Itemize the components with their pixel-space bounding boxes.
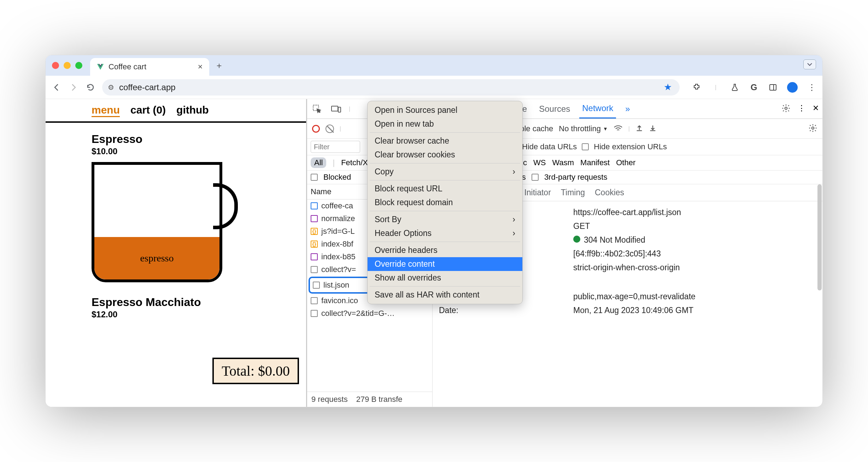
google-icon[interactable]: G [749,82,759,92]
request-footer: 9 requests 279 B transfe [307,392,432,407]
tab-network[interactable]: Network [579,99,616,119]
nav-github[interactable]: github [176,104,209,117]
product-name: Espresso [92,133,306,146]
cart-total[interactable]: Total: $0.00 [212,358,299,384]
file-type-icon [313,282,320,289]
address-bar: ⚙ coffee-cart.app ★ | G ⋮ [46,76,822,99]
inspect-element-icon[interactable] [311,103,323,115]
filter-fetch[interactable]: Fetch/X [341,158,368,167]
record-button[interactable] [312,125,320,133]
kebab-icon[interactable]: ⋮ [798,104,805,114]
close-devtools-icon[interactable]: ✕ [813,104,819,114]
filter-input[interactable] [311,141,360,153]
window-expand-icon[interactable] [803,59,816,69]
tab-sources[interactable]: Sources [536,100,573,118]
minimize-window-button[interactable] [64,62,71,69]
svg-point-6 [812,127,814,129]
kebab-menu-icon[interactable]: ⋮ [807,82,817,92]
menu-item[interactable]: Clear browser cookies [368,148,522,162]
third-party-checkbox[interactable] [532,174,539,181]
blocked-checkbox[interactable] [311,174,318,181]
request-name: js?id=G-L [321,227,355,236]
site-settings-icon[interactable]: ⚙ [108,83,114,92]
third-party-label[interactable]: 3rd-party requests [544,173,608,182]
extensions-icon[interactable] [692,82,702,92]
product-card: Espresso Macchiato $12.00 [46,286,306,319]
close-tab-icon[interactable]: ✕ [198,63,203,71]
filter-other[interactable]: Other [616,158,635,167]
hide-ext-label[interactable]: Hide extension URLs [594,142,667,151]
file-type-icon [311,202,318,209]
request-count: 9 requests [311,395,348,404]
download-icon[interactable] [649,124,657,133]
browser-tab[interactable]: Coffee cart ✕ [90,58,209,76]
menu-item[interactable]: Override headers [368,243,522,257]
nav-cart[interactable]: cart (0) [130,104,166,117]
filter-ws[interactable]: WS [533,158,546,167]
menu-item[interactable]: Copy› [368,165,522,179]
menu-item[interactable]: Save all as HAR with content [368,288,522,302]
file-type-icon: {} [311,228,318,235]
tab-timing[interactable]: Timing [561,188,585,197]
settings-gear-icon[interactable] [781,104,791,114]
svg-rect-4 [338,107,341,112]
filter-all[interactable]: All [311,157,326,168]
request-url: https://coffee-cart.app/list.json [573,208,681,217]
browser-window: Coffee cart ✕ ＋ ⚙ coffee-cart.app ★ | G … [45,55,823,407]
network-settings-icon[interactable] [808,123,817,134]
menu-item[interactable]: Block request domain [368,196,522,209]
tab-cookies[interactable]: Cookies [595,188,624,197]
maximize-window-button[interactable] [75,62,82,69]
side-panel-icon[interactable] [768,82,778,92]
filter-wasm[interactable]: Wasm [552,158,574,167]
profile-avatar[interactable] [787,82,798,93]
chevron-right-icon: › [512,229,515,238]
filter-manifest[interactable]: Manifest [580,158,610,167]
separator: | [333,158,335,167]
detail-scrollbar[interactable] [817,184,822,290]
request-name: index-8bf [321,239,353,249]
request-row[interactable]: collect?v=2&tid=G-… [307,307,432,320]
tab-title: Coffee cart [108,62,193,71]
devtools-panel: | sole Sources Network » ⋮ ✕ | Disable c… [307,99,822,407]
menu-item[interactable]: Header Options› [368,226,522,240]
clear-button[interactable] [326,125,334,133]
throttling-select[interactable]: No throttling ▼ [559,124,608,133]
wifi-icon[interactable] [614,125,623,133]
new-tab-button[interactable]: ＋ [215,60,223,71]
url-box[interactable]: ⚙ coffee-cart.app ★ [102,79,680,96]
forward-button[interactable] [68,82,79,93]
tab-more[interactable]: » [622,100,633,118]
menu-item[interactable]: Open in new tab [368,117,522,131]
bookmark-star-icon[interactable]: ★ [664,82,672,93]
titlebar: Coffee cart ✕ ＋ [46,55,822,76]
file-type-icon [311,297,318,304]
blocked-label[interactable]: Blocked [323,173,351,182]
reload-button[interactable] [85,82,96,93]
menu-item[interactable]: Clear browser cache [368,134,522,148]
labs-icon[interactable] [730,82,740,92]
remote-address: [64:ff9b::4b02:3c05]:443 [573,249,661,259]
svg-rect-3 [332,106,338,111]
nav-menu[interactable]: menu [92,104,120,117]
upload-icon[interactable] [635,124,643,133]
vue-favicon-icon [96,63,104,71]
menu-item[interactable]: Override content [368,257,522,271]
hide-data-urls-label[interactable]: Hide data URLs [522,142,577,151]
back-button[interactable] [51,82,62,93]
cup-graphic[interactable]: espresso [92,162,236,286]
menu-item[interactable]: Sort By› [368,213,522,226]
menu-item[interactable]: Open in Sources panel [368,103,522,117]
tab-initiator[interactable]: Initiator [524,188,551,197]
cup-label: espresso [94,237,219,279]
product-card: Espresso $10.00 espresso [46,123,306,286]
request-name: collect?v= [321,265,356,274]
device-toolbar-icon[interactable] [330,103,342,115]
svg-rect-0 [770,85,776,90]
svg-point-5 [785,107,787,109]
close-window-button[interactable] [52,62,59,69]
hide-ext-checkbox[interactable] [582,143,589,150]
menu-item[interactable]: Block request URL [368,182,522,196]
page-viewport: menu cart (0) github Espresso $10.00 esp… [46,99,307,407]
menu-item[interactable]: Show all overrides [368,271,522,285]
